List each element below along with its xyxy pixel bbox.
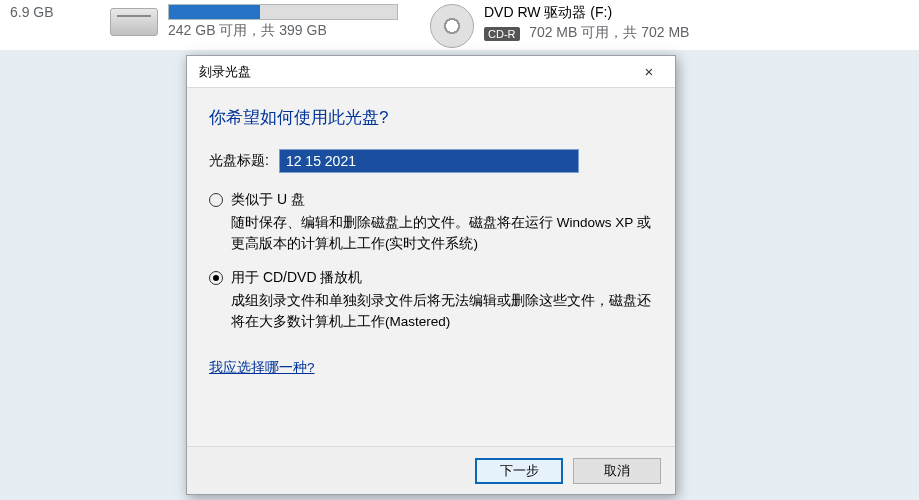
optical-drive-item[interactable]: DVD RW 驱动器 (F:) CD-R 702 MB 可用，共 702 MB — [420, 0, 780, 50]
help-link[interactable]: 我应选择哪一种? — [209, 359, 315, 377]
dialog-button-bar: 下一步 取消 — [187, 446, 675, 494]
hdd-icon — [110, 8, 158, 36]
disc-title-row: 光盘标题: — [209, 149, 655, 173]
close-icon: × — [645, 63, 654, 80]
drive-usage-bar — [168, 4, 398, 20]
drive-item[interactable]: 242 GB 可用，共 399 GB — [100, 0, 420, 50]
option-description: 成组刻录文件和单独刻录文件后将无法编辑或删除这些文件，磁盘还将在大多数计算机上工… — [231, 291, 655, 333]
close-button[interactable]: × — [629, 58, 669, 86]
drive-free-text: 242 GB 可用，共 399 GB — [168, 22, 398, 40]
dialog-question: 你希望如何使用此光盘? — [209, 106, 655, 129]
drive-free-text: 6.9 GB — [10, 4, 54, 20]
option-cd-dvd-player[interactable]: 用于 CD/DVD 播放机 成组刻录文件和单独刻录文件后将无法编辑或删除这些文件… — [209, 269, 655, 333]
drive-fragment: 6.9 GB — [0, 0, 100, 50]
radio-icon[interactable] — [209, 193, 223, 207]
radio-icon[interactable] — [209, 271, 223, 285]
disc-title-input[interactable] — [279, 149, 579, 173]
option-label: 用于 CD/DVD 播放机 — [231, 269, 362, 287]
burn-disc-dialog: 刻录光盘 × 你希望如何使用此光盘? 光盘标题: 类似于 U 盘 随时保存、编辑… — [186, 55, 676, 495]
optical-free-text: 702 MB 可用，共 702 MB — [529, 24, 689, 40]
dialog-body: 你希望如何使用此光盘? 光盘标题: 类似于 U 盘 随时保存、编辑和删除磁盘上的… — [187, 88, 675, 446]
cd-icon — [430, 4, 474, 48]
next-button[interactable]: 下一步 — [475, 458, 563, 484]
cancel-button[interactable]: 取消 — [573, 458, 661, 484]
option-usb-like[interactable]: 类似于 U 盘 随时保存、编辑和删除磁盘上的文件。磁盘将在运行 Windows … — [209, 191, 655, 255]
disc-title-label: 光盘标题: — [209, 152, 269, 170]
dialog-title: 刻录光盘 — [199, 63, 251, 81]
option-description: 随时保存、编辑和删除磁盘上的文件。磁盘将在运行 Windows XP 或更高版本… — [231, 213, 655, 255]
dialog-titlebar[interactable]: 刻录光盘 × — [187, 56, 675, 88]
media-type-badge: CD-R — [484, 27, 520, 41]
optical-drive-label: DVD RW 驱动器 (F:) — [484, 4, 689, 22]
option-label: 类似于 U 盘 — [231, 191, 305, 209]
